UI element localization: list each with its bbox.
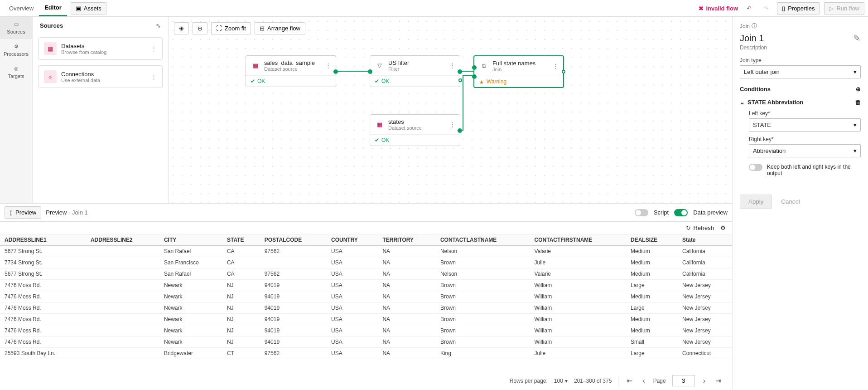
output-port-2[interactable] [458,78,462,82]
node-status-label: OK [257,78,265,84]
table-cell: William [530,291,626,302]
node-sales-data-sample[interactable]: ▦ sales_data_sample Dataset source ⋮ ✔ O… [246,55,336,87]
left-key-select[interactable]: STATE ▾ [749,118,861,132]
cancel-button[interactable]: Cancel [777,195,804,209]
column-header[interactable]: CITY [159,234,222,246]
input-port[interactable] [368,69,372,74]
rows-per-page-select[interactable]: 100 ▾ [554,378,568,384]
table-row[interactable]: 7476 Moss Rd.NewarkNJ94019USANABrownWill… [0,280,732,291]
table-row[interactable]: 7476 Moss Rd.NewarkNJ94019USANABrownWill… [0,314,732,325]
table-cell: 97562 [260,348,327,359]
node-menu-icon[interactable]: ⋮ [553,63,559,69]
node-menu-icon[interactable]: ⋮ [325,62,331,69]
node-states[interactable]: ▦ states Dataset source ⋮ ✔ OK [370,114,460,146]
assets-button[interactable]: ▣ Assets [71,2,106,15]
card-subtitle: Use external data [61,78,100,83]
node-us-filter[interactable]: ▽ US filter Filter ⋮ ✔ OK [370,55,460,87]
next-page-button[interactable]: › [701,377,707,385]
page-input[interactable] [672,375,695,386]
zoom-out-button[interactable]: ⊖ [193,22,207,34]
settings-icon[interactable]: ⚙ [720,224,726,231]
arrange-icon: ⊞ [260,25,265,32]
drag-handle-icon[interactable]: ⋮ [151,45,157,52]
table-row[interactable]: 5677 Strong St.San RafaelCA97562USANANel… [0,246,732,257]
zoom-fit-button[interactable]: ⛶ Zoom fit [211,22,251,34]
drag-handle-icon[interactable]: ⋮ [151,73,157,80]
table-row[interactable]: 25593 South Bay Ln.BridgewaterCT97562USA… [0,348,732,359]
undo-button[interactable]: ↶ [743,2,755,15]
add-condition-icon[interactable]: ⊕ [856,86,861,93]
prev-page-button[interactable]: ‹ [641,377,646,385]
refresh-button[interactable]: ↻ Refresh [686,224,714,231]
redo-button[interactable]: ↷ [760,2,772,15]
column-header[interactable]: TERRITORY [378,234,435,246]
node-title: sales_data_sample [264,59,315,66]
keep-both-keys-toggle[interactable] [749,164,762,171]
zoom-fit-icon: ⛶ [216,25,222,32]
properties-button[interactable]: ▯ Properties [777,2,820,15]
table-row[interactable]: 7476 Moss Rd.NewarkNJ94019USANABrownWill… [0,302,732,314]
run-flow-button[interactable]: ▷ Run flow [824,2,864,15]
tab-overview[interactable]: Overview [4,1,39,16]
table-cell: New Jersey [678,314,732,325]
chevron-down-icon: ▾ [565,378,568,384]
script-toggle[interactable] [635,209,648,216]
first-page-button[interactable]: ⇤ [625,376,634,385]
zoom-in-button[interactable]: ⊕ [174,22,189,34]
column-header[interactable]: CONTACTLASTNAME [436,234,530,246]
output-port[interactable] [562,70,565,73]
column-header[interactable]: STATE [222,234,260,246]
node-menu-icon[interactable]: ⋮ [449,121,455,128]
datasets-icon: ▦ [44,42,57,55]
source-card-datasets[interactable]: ▦ Datasets Browse from catalog ⋮ [38,37,163,60]
output-port[interactable] [458,128,462,133]
zoom-fit-label: Zoom fit [225,25,246,32]
column-header[interactable]: DEALSIZE [626,234,678,246]
preview-button[interactable]: ▯ Preview [5,206,41,219]
table-row[interactable]: 7476 Moss Rd.NewarkNJ94019USANABrownWill… [0,325,732,336]
table-cell: NA [378,302,435,314]
column-header[interactable]: ADDRESSLINE1 [0,234,86,246]
table-cell: NJ [222,280,260,291]
input-port-right[interactable] [472,74,477,79]
preview-table-wrap[interactable]: ADDRESSLINE1ADDRESSLINE2CITYSTATEPOSTALC… [0,234,732,370]
table-row[interactable]: 5677 Strong St.San RafaelCA97562USANANel… [0,268,732,280]
table-cell: NJ [222,291,260,302]
node-full-state-names[interactable]: ⧉ Full state names Join ⋮ ▲ Warning [473,55,564,88]
invalid-flow-badge: ✖ Invalid flow [699,5,738,12]
column-header[interactable]: State [678,234,732,246]
input-port-left[interactable] [472,65,477,70]
table-row[interactable]: 7476 Moss Rd.NewarkNJ94019USANABrownWill… [0,291,732,302]
refresh-icon: ↻ [686,224,691,231]
data-preview-toggle[interactable] [674,209,688,216]
source-card-connections[interactable]: ⟐ Connections Use external data ⋮ [38,65,163,88]
column-header[interactable]: ADDRESSLINE2 [86,234,159,246]
condition-1-header[interactable]: ⌄ STATE Abbreviation 🗑 [740,99,861,106]
apply-button[interactable]: Apply [740,195,772,209]
arrange-flow-button[interactable]: ⊞ Arrange flow [255,22,305,34]
last-page-button[interactable]: ⇥ [714,376,723,385]
rail-targets[interactable]: ◎ Targets [0,61,32,83]
edit-icon[interactable]: ✎ [853,33,861,44]
info-icon[interactable]: ⓘ [752,22,757,30]
output-port[interactable] [458,69,462,74]
column-header[interactable]: POSTALCODE [260,234,327,246]
right-key-select[interactable]: Abbreviation ▾ [749,144,861,157]
rail-sources[interactable]: ▭ Sources [0,17,32,39]
node-menu-icon[interactable]: ⋮ [449,62,455,69]
rail-processors[interactable]: ⚙ Processors [0,39,32,61]
inspector-description[interactable]: Description [740,44,861,51]
column-header[interactable]: COUNTRY [327,234,378,246]
delete-icon[interactable]: 🗑 [855,99,861,106]
column-header[interactable]: CONTACTFIRSTNAME [530,234,626,246]
rail-processors-label: Processors [4,51,29,57]
tab-editor[interactable]: Editor [39,0,67,16]
table-row[interactable]: 7734 Strong St.San FranciscoCAUSANABrown… [0,257,732,268]
table-row[interactable]: 7476 Moss Rd.NewarkNJ94019USANABrownWill… [0,336,732,348]
output-port[interactable] [333,69,338,74]
conditions-label: Conditions [740,86,771,93]
join-type-select[interactable]: Left outer join ▾ [740,65,861,78]
table-cell: 94019 [260,302,327,314]
table-cell: Julie [530,348,626,359]
collapse-icon[interactable]: ⤡ [156,22,161,29]
